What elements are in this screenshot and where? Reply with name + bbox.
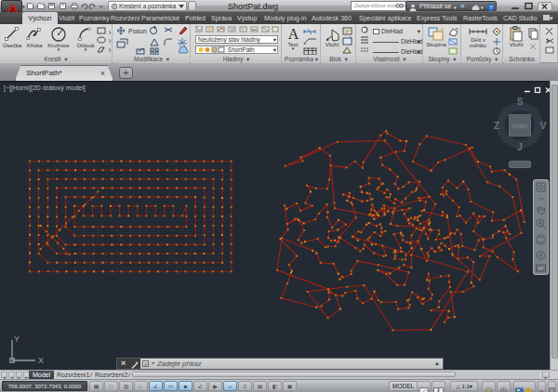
svg-text:A: A [287,26,299,42]
svg-text:V: V [540,121,547,131]
svg-text:Z: Z [494,121,499,131]
svg-text:X: X [38,356,44,363]
svg-text:S: S [517,97,524,107]
svg-text:Posun: Posun [128,28,147,34]
svg-text:HORNÍ: HORNÍ [512,124,528,129]
svg-text:J: J [517,142,523,152]
svg-text:Y: Y [14,334,20,344]
